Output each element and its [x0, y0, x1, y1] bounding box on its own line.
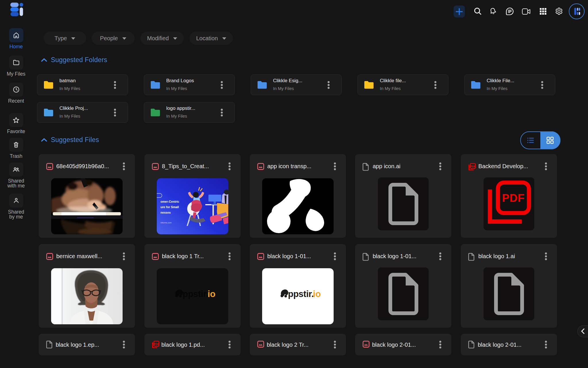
svg-text:PDF: PDF — [470, 165, 476, 168]
svg-text:mforms.com: mforms.com — [160, 222, 172, 224]
svg-text:omer-Centric: omer-Centric — [160, 200, 179, 203]
svg-text:io: io — [313, 289, 321, 299]
svg-text:ure for Small: ure for Small — [160, 205, 179, 209]
svg-text:nesses: nesses — [160, 211, 171, 214]
svg-text:ppstir.: ppstir. — [288, 289, 314, 299]
svg-text:io: io — [208, 289, 216, 299]
svg-text:PDF: PDF — [502, 192, 525, 204]
svg-text:ppstir.: ppstir. — [183, 289, 208, 299]
svg-text:PDF: PDF — [154, 343, 159, 346]
